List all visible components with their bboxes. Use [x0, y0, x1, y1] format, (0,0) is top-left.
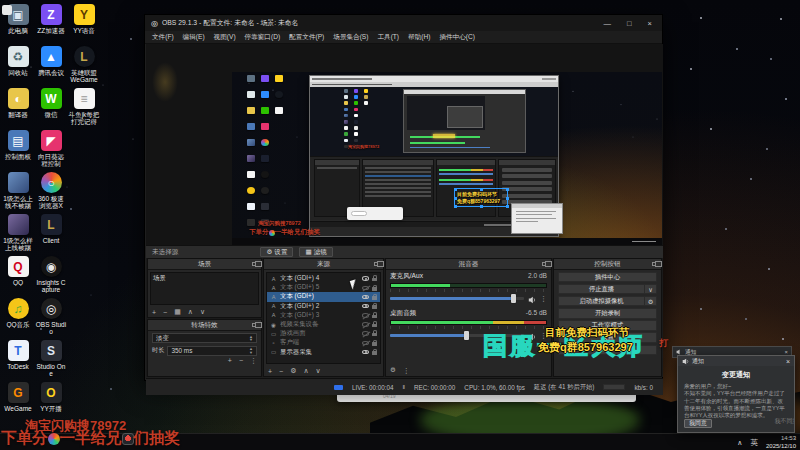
spinner-arrows-icon[interactable]: ▲▼ — [249, 347, 253, 354]
source-row[interactable]: ▭游戏画面 — [267, 329, 380, 338]
kebab-menu-icon[interactable]: ⋮ — [540, 295, 547, 302]
notification-title-bar[interactable]: 通知 × — [678, 356, 794, 366]
lock-icon[interactable] — [372, 287, 377, 291]
control-button-0[interactable]: 插件中心 — [558, 272, 657, 282]
lock-icon[interactable] — [372, 305, 377, 309]
pause-icon[interactable]: ‖ — [403, 384, 405, 390]
desktop-icon-zz-accelerator[interactable]: ZZZ加速器 — [35, 4, 67, 34]
scenes-tool-icon-1[interactable]: − — [163, 309, 167, 316]
source-row[interactable]: ▫客户端 — [267, 338, 380, 347]
taskbar-app-icon[interactable] — [2, 5, 12, 15]
desktop-icon-screenshot-1[interactable]: 1级怎么上线不被踢 — [2, 172, 34, 209]
popout-icon[interactable] — [252, 262, 257, 266]
menu-item-5[interactable]: 场景集合(S) — [333, 33, 368, 42]
desktop-icon-yy-broadcast[interactable]: OYY开播 — [35, 382, 67, 412]
source-row[interactable]: A文本 (GDI+) 5 — [267, 283, 380, 292]
controls-dock-header[interactable]: 控制按钮 — [554, 259, 661, 270]
notification-window[interactable]: 通知 × 变更通知 亲爱的用户，您好~ 不知不觉间，YY平台已经陪伴用户走过了十… — [677, 355, 795, 433]
desktop-icon-screenshot-2[interactable]: 1级怎么样上线被踢反打 — [2, 214, 34, 251]
lock-icon[interactable] — [372, 342, 377, 346]
menu-item-2[interactable]: 视图(V) — [214, 33, 236, 42]
source-row[interactable]: ▭显示器采集 — [267, 348, 380, 357]
scenes-tool-icon-2[interactable]: ▦ — [174, 308, 181, 316]
taskbar-clock[interactable]: 14:53 2025/12/10 — [766, 435, 796, 450]
menu-item-4[interactable]: 配置文件(P) — [289, 33, 324, 42]
transition-select[interactable]: 淡变 ▲▼ — [152, 333, 257, 343]
menu-item-3[interactable]: 停靠窗口(D) — [245, 33, 281, 42]
slider-handle[interactable] — [464, 331, 469, 340]
visibility-eye-icon[interactable] — [362, 341, 369, 346]
scenes-tool-icon-0[interactable]: + — [152, 309, 156, 316]
source-filters-button[interactable]: ▦滤镜 — [299, 247, 332, 257]
scene-item[interactable]: 场景 — [153, 274, 256, 283]
menu-item-7[interactable]: 帮助(H) — [408, 33, 430, 42]
slider-handle[interactable] — [511, 294, 516, 303]
visibility-eye-icon[interactable] — [362, 350, 369, 355]
obs-title-bar[interactable]: ◎ OBS 29.1.3 - 配置文件: 未命名 - 场景: 未命名 — □ × — [145, 15, 662, 31]
desktop-icon-translator[interactable]: ◐翻译器 — [2, 88, 34, 118]
chevron-down-icon[interactable]: ∨ — [644, 285, 656, 293]
input-language-indicator[interactable]: 英 — [750, 438, 758, 448]
desktop-icon-insights-capture[interactable]: ◉Insights Capture — [35, 256, 67, 293]
transitions-tool-icon-2[interactable]: ⋮ — [250, 357, 257, 365]
maximize-button[interactable]: □ — [627, 19, 632, 28]
source-row[interactable]: A文本 (GDI+) 4 — [267, 274, 380, 283]
visibility-eye-icon[interactable] — [362, 331, 369, 336]
spinner-arrows-icon[interactable]: ▲▼ — [249, 335, 253, 342]
volume-slider[interactable] — [390, 297, 524, 300]
desktop-icon-yy-voice[interactable]: YYY语音 — [68, 4, 100, 34]
scenes-tool-icon-4[interactable]: ∨ — [200, 308, 205, 316]
popout-icon[interactable] — [374, 262, 379, 266]
desktop-icon-360-browser[interactable]: ○360 极速浏览器X — [35, 172, 67, 209]
control-button-2[interactable]: 启动虚拟摄像机⚙ — [558, 296, 657, 306]
tray-expand-caret[interactable]: ∧ — [737, 439, 742, 447]
advanced-audio-icon[interactable]: ⚙ — [390, 366, 396, 374]
sources-tool-icon-1[interactable]: − — [279, 368, 283, 375]
scenes-dock-header[interactable]: 场景 — [148, 259, 261, 270]
close-button[interactable]: × — [648, 19, 652, 28]
visibility-eye-icon[interactable] — [362, 322, 369, 327]
kebab-menu-icon[interactable]: ⋮ — [403, 367, 410, 374]
sources-dock-header[interactable]: 来源 — [264, 259, 383, 270]
transitions-tool-icon-0[interactable]: + — [228, 357, 232, 364]
desktop-icon-lol-client[interactable]: LClient — [35, 214, 67, 244]
lock-icon[interactable] — [372, 315, 377, 319]
speaker-icon[interactable] — [528, 290, 536, 308]
system-tray[interactable]: ∧ 英 14:53 2025/12/10 — [737, 435, 796, 450]
sources-tool-icon-3[interactable]: ∧ — [303, 367, 308, 375]
desktop-icon-todesk[interactable]: TToDesk — [2, 340, 34, 370]
sources-tool-icon-0[interactable]: + — [268, 368, 272, 375]
visibility-eye-icon[interactable] — [362, 304, 369, 309]
menu-item-6[interactable]: 工具(T) — [377, 33, 399, 42]
desktop-icon-qq-music[interactable]: ♫QQ音乐 — [2, 298, 34, 328]
lock-icon[interactable] — [372, 324, 377, 328]
desktop-icon-recycle-bin[interactable]: ♻回收站 — [2, 46, 34, 76]
selected-source-bounding-box[interactable]: 目前免费扫码环节 免费q群857963297 — [454, 188, 508, 207]
mixer-dock-header[interactable]: 混音器 — [386, 259, 551, 270]
menu-item-8[interactable]: 插件中心(C) — [439, 33, 475, 42]
sources-tool-icon-4[interactable]: ∨ — [316, 367, 321, 375]
desktop-icon-tencent-meeting[interactable]: ▲腾讯会议 — [35, 46, 67, 76]
visibility-eye-icon[interactable] — [362, 295, 369, 300]
agree-button[interactable]: 我同意 — [684, 419, 712, 428]
desktop-icon-douyu-note[interactable]: ≡斗鱼jk每把打完记得看下 — [68, 88, 100, 125]
desktop-icon-qq[interactable]: QQQ — [2, 256, 34, 286]
disagree-button[interactable]: 我不同意 — [775, 417, 795, 426]
visibility-eye-icon[interactable] — [362, 313, 369, 318]
lock-icon[interactable] — [372, 296, 377, 300]
gear-icon[interactable]: ⚙ — [644, 297, 656, 305]
desktop-icon-obs-studio[interactable]: ◎OBS Studio — [35, 298, 67, 335]
source-row[interactable]: A文本 (GDI+) 2 — [267, 302, 380, 311]
lock-icon[interactable] — [372, 351, 377, 355]
close-icon[interactable]: × — [786, 358, 790, 365]
menu-item-0[interactable]: 文件(F) — [152, 33, 174, 42]
lock-icon[interactable] — [372, 278, 377, 282]
source-row[interactable]: A文本 (GDI+) 3 — [267, 311, 380, 320]
minimize-button[interactable]: — — [604, 19, 612, 28]
desktop-icon-sunflower-remote[interactable]: ◤向日葵远程控制 — [35, 130, 67, 167]
popout-icon[interactable] — [252, 323, 257, 327]
source-properties-button[interactable]: ⚙设置 — [260, 247, 293, 257]
source-row[interactable]: A文本 (GDI+) — [267, 292, 380, 301]
menu-item-1[interactable]: 编辑(E) — [183, 33, 205, 42]
desktop-icon-wechat[interactable]: W微信 — [35, 88, 67, 118]
